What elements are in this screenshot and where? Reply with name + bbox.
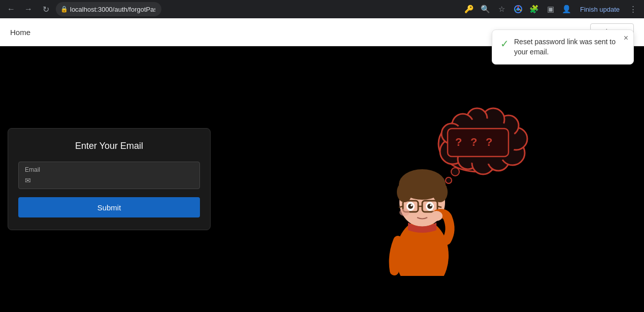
chrome-icon[interactable]	[511, 2, 525, 16]
password-manager-icon[interactable]: 🔑	[462, 2, 477, 16]
toast-close-button[interactable]: ×	[624, 34, 628, 42]
email-input-group: Email ✉	[18, 162, 200, 189]
sidebar-icon[interactable]: ▣	[544, 2, 558, 16]
illustration-area: ? ? ?	[211, 46, 644, 312]
svg-point-42	[430, 211, 443, 221]
finish-update-button[interactable]: Finish update	[576, 2, 624, 16]
person	[394, 169, 450, 276]
svg-point-35	[408, 204, 413, 209]
more-menu-icon[interactable]: ⋮	[626, 2, 640, 16]
extensions-icon[interactable]: 🧩	[527, 2, 541, 16]
illustration-svg: ? ? ?	[321, 83, 534, 276]
submit-button[interactable]: Submit	[18, 197, 200, 217]
browser-right-icons: 🔑 🔍 ☆ 🧩 ▣ 👤 Finish update ⋮	[462, 2, 640, 16]
email-form-card: Enter Your Email Email ✉ Submit	[8, 128, 211, 230]
back-button[interactable]: ←	[4, 2, 18, 16]
address-bar[interactable]	[56, 2, 161, 16]
email-icon: ✉	[25, 176, 31, 184]
toast-notification: ✓ Reset password link was sent to your e…	[492, 29, 634, 65]
reload-icon: ↻	[43, 5, 49, 14]
svg-text:?: ?	[470, 136, 477, 148]
account-icon[interactable]: 👤	[560, 2, 574, 16]
svg-point-1	[517, 8, 520, 11]
svg-point-40	[399, 209, 410, 216]
forward-icon: →	[24, 5, 32, 14]
email-input[interactable]	[35, 176, 193, 184]
check-icon: ✓	[500, 38, 509, 50]
svg-text:?: ?	[486, 136, 492, 148]
email-label: Email	[25, 166, 193, 173]
svg-text:?: ?	[455, 136, 462, 148]
svg-point-38	[427, 204, 432, 209]
form-title: Enter Your Email	[18, 141, 200, 151]
lock-icon: 🔒	[60, 6, 68, 13]
toast-message: Reset password link was sent to your ema…	[514, 37, 625, 57]
address-bar-wrapper: 🔒	[56, 2, 360, 16]
bookmark-icon[interactable]: ☆	[495, 2, 509, 16]
nav-home-link[interactable]: Home	[10, 28, 30, 37]
zoom-icon[interactable]: 🔍	[479, 2, 493, 16]
svg-point-36	[411, 204, 413, 206]
svg-rect-28	[399, 183, 446, 196]
main-content: Enter Your Email Email ✉ Submit	[0, 46, 644, 312]
svg-point-39	[430, 204, 432, 206]
thought-bubble: ? ? ?	[438, 108, 527, 190]
forward-button[interactable]: →	[21, 2, 36, 16]
svg-point-19	[451, 168, 459, 176]
browser-chrome: ← → ↻ 🔒 🔑 🔍 ☆ 🧩 ▣ 👤 Finish update ⋮	[0, 0, 644, 18]
email-input-row: ✉	[25, 176, 193, 184]
back-icon: ←	[7, 5, 15, 14]
svg-point-20	[446, 177, 452, 183]
reload-button[interactable]: ↻	[39, 2, 53, 16]
